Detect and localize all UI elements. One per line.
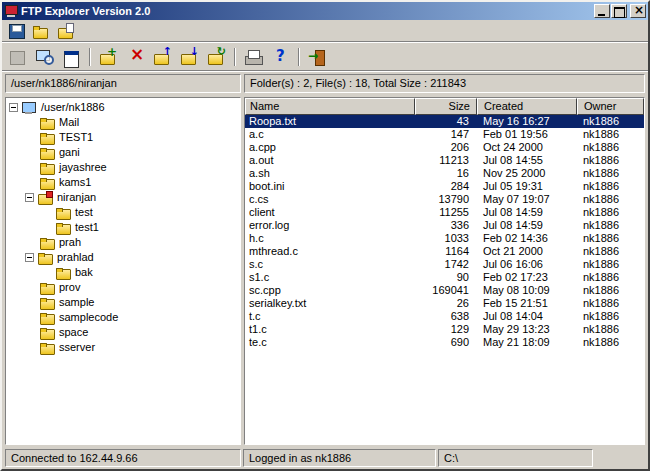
file-row[interactable]: a.sh16Nov 25 2000nk1886: [245, 167, 644, 180]
download-button[interactable]: [177, 45, 202, 68]
file-name: a.c: [245, 128, 415, 141]
file-row[interactable]: h.c1033Feb 02 14:36nk1886: [245, 232, 644, 245]
tree-expander-minus-icon[interactable]: [25, 193, 34, 202]
file-row[interactable]: t.c638Jul 08 14:04nk1886: [245, 310, 644, 323]
send-folder-button[interactable]: [55, 22, 78, 40]
titlebar: FTP Explorer Version 2.0: [2, 2, 648, 20]
tree-item[interactable]: space: [6, 325, 240, 340]
status-bar: Connected to 162.44.9.66 Logged in as nk…: [2, 447, 648, 469]
file-row[interactable]: a.c147Feb 01 19:56nk1886: [245, 128, 644, 141]
file-row[interactable]: a.out11213Jul 08 14:55nk1886: [245, 154, 644, 167]
close-icon: [632, 6, 644, 17]
current-path-field[interactable]: /user/nk1886/niranjan: [5, 74, 241, 93]
new-folder-button[interactable]: [96, 45, 121, 68]
tree-item[interactable]: test: [6, 205, 240, 220]
session-properties-button[interactable]: [59, 45, 84, 68]
file-row[interactable]: client11255Jul 08 14:59nk1886: [245, 206, 644, 219]
folder-new-icon: [99, 49, 118, 65]
tree-item[interactable]: samplecode: [6, 310, 240, 325]
computer-search-icon: [35, 49, 54, 65]
file-row[interactable]: c.cs13790May 07 19:07nk1886: [245, 193, 644, 206]
column-header-name[interactable]: Name: [245, 98, 415, 115]
file-owner: nk1886: [577, 154, 644, 167]
file-owner: nk1886: [577, 141, 644, 154]
tree-item[interactable]: prov: [6, 280, 240, 295]
tree-item[interactable]: TEST1: [6, 130, 240, 145]
connect-button[interactable]: [32, 45, 57, 68]
file-size: 638: [415, 310, 477, 323]
tree-item[interactable]: gani: [6, 145, 240, 160]
file-size: 90: [415, 271, 477, 284]
column-header-owner[interactable]: Owner: [577, 98, 644, 115]
folder-tree: /user/nk1886MailTEST1ganijayashreekams1n…: [5, 97, 241, 445]
file-row[interactable]: boot.ini284Jul 05 19:31nk1886: [245, 180, 644, 193]
toolbar-separator: [298, 48, 300, 66]
folder-icon: [37, 250, 54, 265]
refresh-button[interactable]: [204, 45, 229, 68]
file-size: 147: [415, 128, 477, 141]
file-size: 169041: [415, 284, 477, 297]
tree-item[interactable]: kams1: [6, 175, 240, 190]
tree-expander-minus-icon[interactable]: [9, 103, 18, 112]
exit-button[interactable]: [305, 45, 330, 68]
save-button[interactable]: [5, 22, 28, 40]
column-header-size[interactable]: Size: [415, 98, 477, 115]
close-button[interactable]: [630, 4, 646, 18]
window-title: FTP Explorer Version 2.0: [21, 5, 590, 17]
tree-item[interactable]: prah: [6, 235, 240, 250]
open-folder-button[interactable]: [30, 22, 53, 40]
file-row[interactable]: mthread.c1164Oct 21 2000nk1886: [245, 245, 644, 258]
tree-item[interactable]: jayashree: [6, 160, 240, 175]
file-size: 16: [415, 167, 477, 180]
disconnect-button[interactable]: [5, 45, 30, 68]
tree-item-label: kams1: [59, 175, 91, 190]
folder-up-icon: [153, 49, 172, 65]
app-icon: [4, 4, 18, 18]
file-row[interactable]: Roopa.txt43May 16 16:27nk1886: [245, 115, 644, 128]
tree-item[interactable]: /user/nk1886: [6, 100, 240, 115]
tree-item[interactable]: prahlad: [6, 250, 240, 265]
file-created: Feb 15 21:51: [477, 297, 577, 310]
delete-button[interactable]: [123, 45, 148, 68]
file-row[interactable]: s.c1742Jul 06 16:06nk1886: [245, 258, 644, 271]
tree-item[interactable]: sample: [6, 295, 240, 310]
maximize-icon: [613, 6, 625, 17]
file-row[interactable]: s1.c90Feb 02 17:23nk1886: [245, 271, 644, 284]
file-size: 26: [415, 297, 477, 310]
help-button[interactable]: [268, 45, 293, 68]
tree-expander-minus-icon[interactable]: [25, 253, 34, 262]
folder-icon: [39, 160, 56, 175]
file-row[interactable]: sc.cpp169041May 08 10:09nk1886: [245, 284, 644, 297]
tree-item[interactable]: Mail: [6, 115, 240, 130]
file-name: a.cpp: [245, 141, 415, 154]
file-size: 11213: [415, 154, 477, 167]
tree-item-label: gani: [59, 145, 80, 160]
print-button[interactable]: [241, 45, 266, 68]
file-owner: nk1886: [577, 245, 644, 258]
file-name: error.log: [245, 219, 415, 232]
column-header-created[interactable]: Created: [477, 98, 577, 115]
minimize-button[interactable]: [594, 4, 610, 18]
tree-item-label: TEST1: [59, 130, 93, 145]
file-row[interactable]: t1.c129May 29 13:23nk1886: [245, 323, 644, 336]
file-size: 129: [415, 323, 477, 336]
tree-item[interactable]: niranjan: [6, 190, 240, 205]
tree-item[interactable]: bak: [6, 265, 240, 280]
tree-item[interactable]: test1: [6, 220, 240, 235]
tree-item[interactable]: sserver: [6, 340, 240, 355]
tree-item-label: bak: [75, 265, 93, 280]
file-owner: nk1886: [577, 271, 644, 284]
status-filler: [595, 449, 645, 467]
maximize-button[interactable]: [611, 4, 627, 18]
file-name: s1.c: [245, 271, 415, 284]
window-icon: [62, 49, 81, 65]
file-row[interactable]: a.cpp206Oct 24 2000nk1886: [245, 141, 644, 154]
file-size: 1742: [415, 258, 477, 271]
upload-button[interactable]: [150, 45, 175, 68]
file-created: Jul 08 14:59: [477, 219, 577, 232]
file-row[interactable]: te.c690May 21 18:09nk1886: [245, 336, 644, 349]
file-row[interactable]: serialkey.txt26Feb 15 21:51nk1886: [245, 297, 644, 310]
file-row[interactable]: error.log336Jul 08 14:59nk1886: [245, 219, 644, 232]
folder-icon: [39, 325, 56, 340]
tree-item-label: prov: [59, 280, 80, 295]
